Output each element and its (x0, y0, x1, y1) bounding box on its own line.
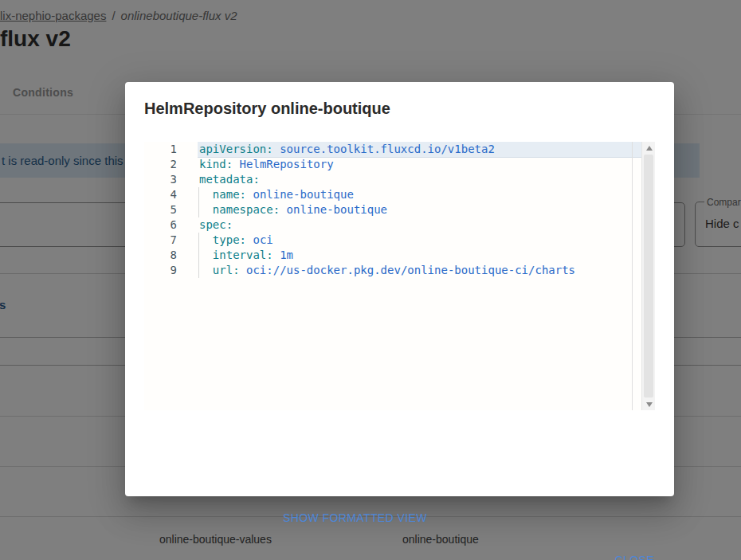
yaml-plain (240, 264, 246, 276)
yaml-key: url: (213, 264, 240, 276)
yaml-value: online-boutique (287, 203, 387, 216)
yaml-plain (199, 264, 213, 276)
yaml-plain (280, 203, 286, 216)
yaml-key: kind: (199, 158, 233, 170)
indent-guide (198, 233, 199, 248)
yaml-value: oci (253, 233, 272, 246)
code-line-content: interval: 1m (198, 248, 641, 263)
code-line-content: type: oci (198, 233, 641, 248)
show-formatted-view-button[interactable]: SHOW FORMATTED VIEW (283, 511, 427, 524)
line-number: 9 (144, 263, 198, 278)
yaml-key: name: (213, 188, 246, 201)
screen: lix-nephio-packages/onlineboutique-flux … (0, 0, 741, 560)
code-line-content: spec: (198, 217, 641, 233)
yaml-plain (199, 233, 213, 246)
close-button[interactable]: CLOSE (615, 554, 654, 560)
indent-guide (198, 248, 199, 263)
yaml-key: apiVersion: (199, 143, 273, 155)
code-line[interactable]: 4 name: online-boutique (144, 187, 655, 202)
code-line[interactable]: 6spec: (144, 217, 655, 233)
line-number: 2 (144, 157, 198, 172)
yaml-plain (233, 158, 239, 170)
yaml-plain (199, 249, 213, 261)
code-line-content: apiVersion: source.toolkit.fluxcd.io/v1b… (198, 142, 641, 157)
yaml-value: HelmRepository (240, 158, 334, 170)
line-number: 5 (144, 202, 198, 217)
yaml-key: spec: (199, 218, 233, 231)
yaml-key: namespace: (213, 203, 280, 216)
indent-guide (198, 263, 199, 278)
editor-content-edge (632, 142, 633, 410)
line-number: 1 (144, 142, 198, 157)
yaml-plain (199, 203, 213, 216)
line-number: 6 (144, 217, 198, 233)
code-line-content: name: online-boutique (198, 187, 641, 202)
yaml-value: oci://us-docker.pkg.dev/online-boutique-… (246, 264, 575, 276)
helmrepository-dialog: HelmRepository online-boutique 1apiVersi… (125, 82, 674, 496)
scrollbar-thumb[interactable] (644, 155, 653, 397)
yaml-plain (273, 249, 280, 261)
yaml-code-editor[interactable]: 1apiVersion: source.toolkit.fluxcd.io/v1… (144, 142, 655, 410)
code-line-content: kind: HelmRepository (198, 157, 641, 172)
yaml-plain (273, 143, 280, 155)
line-number: 4 (144, 187, 198, 202)
indent-guide (198, 187, 199, 202)
yaml-plain (199, 188, 213, 201)
code-line-content: url: oci://us-docker.pkg.dev/online-bout… (198, 263, 641, 278)
code-line[interactable]: 5 namespace: online-boutique (144, 202, 655, 217)
yaml-value: online-boutique (253, 188, 353, 201)
dialog-title: HelmRepository online-boutique (144, 100, 390, 118)
yaml-value: source.toolkit.fluxcd.io/v1beta2 (280, 143, 495, 155)
code-line[interactable]: 3metadata: (144, 172, 655, 187)
code-line-content: namespace: online-boutique (198, 202, 641, 217)
indent-guide (198, 202, 199, 217)
code-line[interactable]: 7 type: oci (144, 233, 655, 248)
code-line[interactable]: 9 url: oci://us-docker.pkg.dev/online-bo… (144, 263, 655, 278)
yaml-value: 1m (280, 249, 293, 261)
code-line[interactable]: 2kind: HelmRepository (144, 157, 655, 172)
yaml-key: type: (213, 233, 246, 246)
code-line[interactable]: 8 interval: 1m (144, 248, 655, 263)
code-line[interactable]: 1apiVersion: source.toolkit.fluxcd.io/v1… (144, 142, 655, 157)
yaml-key: interval: (213, 249, 273, 261)
line-number: 3 (144, 172, 198, 187)
line-number: 8 (144, 248, 198, 263)
code-editor-lines: 1apiVersion: source.toolkit.fluxcd.io/v1… (144, 142, 655, 278)
line-number: 7 (144, 233, 198, 248)
scroll-up-arrow-icon[interactable] (642, 142, 656, 154)
scroll-down-arrow-icon[interactable] (642, 398, 656, 410)
code-line-content: metadata: (198, 172, 641, 187)
editor-scrollbar[interactable] (641, 142, 655, 410)
yaml-key: metadata: (199, 173, 260, 186)
